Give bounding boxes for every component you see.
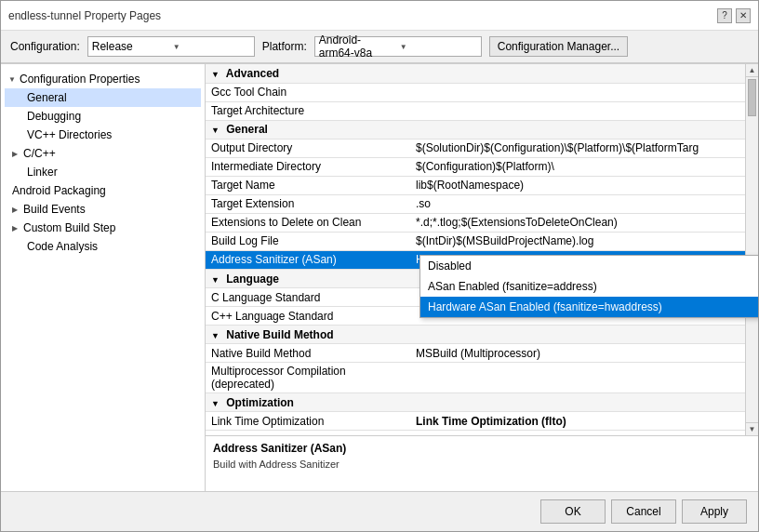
table-row[interactable]: Target Architecture (206, 101, 758, 120)
prop-name: Target Architecture (206, 101, 410, 120)
table-row[interactable]: Multiprocessor Compilation (deprecated) (206, 363, 758, 393)
prop-name: Build Log File (206, 232, 410, 250)
prop-value: lib$(RootNamespace) (410, 176, 758, 194)
native-build-label: Native Build Method (226, 328, 333, 341)
sidebar-item-debugging[interactable]: Debugging (5, 107, 201, 126)
prop-name: Target Extension (206, 194, 410, 213)
dropdown-item-hwasan[interactable]: Hardware ASan Enabled (fsanitize=hwaddre… (420, 297, 758, 317)
linker-label: Linker (27, 166, 58, 179)
title-bar: endless-tunnel Property Pages ? ✕ (1, 1, 758, 31)
custom-build-toggle[interactable]: ▶ (12, 224, 23, 233)
sidebar-item-build-events[interactable]: ▶ Build Events (5, 200, 201, 219)
prop-name: Extensions to Delete on Clean (206, 213, 410, 232)
platform-dropdown[interactable]: Android-arm64-v8a ▼ (314, 36, 482, 57)
property-pages-dialog: endless-tunnel Property Pages ? ✕ Config… (0, 0, 759, 532)
general-label: General (27, 91, 67, 104)
code-analysis-label: Code Analysis (27, 240, 98, 253)
selected-prop-name: Address Sanitizer (ASan) (206, 250, 410, 270)
table-row[interactable]: Target Name lib$(RootNamespace) (206, 176, 758, 194)
sidebar-item-cpp[interactable]: ▶ C/C++ (5, 144, 201, 163)
title-bar-buttons: ? ✕ (717, 8, 751, 23)
tree-root: ▼ Configuration Properties General Debug… (1, 64, 205, 261)
prop-name: Gcc Tool Chain (206, 83, 410, 101)
build-events-label: Build Events (23, 203, 86, 216)
table-row[interactable]: Gcc Tool Chain (206, 83, 758, 101)
prop-value: $(IntDir)$(MSBuildProjectName).log (410, 232, 758, 250)
optimization-chevron: ▼ (211, 399, 220, 408)
prop-name: C Language Standard (206, 288, 410, 307)
advanced-chevron: ▼ (211, 70, 220, 79)
sidebar-item-general[interactable]: General (5, 88, 201, 107)
config-value: Release (92, 40, 169, 53)
tree-root-label: Configuration Properties (20, 73, 140, 86)
help-button[interactable]: ? (717, 8, 732, 23)
sidebar-item-linker[interactable]: Linker (5, 163, 201, 181)
prop-name: Multiprocessor Compilation (deprecated) (206, 363, 410, 393)
props-wrapper: ▼ Advanced Gcc Tool Chain Target Archite… (206, 64, 758, 435)
table-row[interactable]: Build Log File $(IntDir)$(MSBuildProject… (206, 232, 758, 250)
scroll-thumb[interactable] (748, 79, 756, 116)
props-inner[interactable]: ▼ Advanced Gcc Tool Chain Target Archite… (206, 64, 758, 435)
platform-dropdown-arrow: ▼ (396, 43, 477, 51)
tree-root-item[interactable]: ▼ Configuration Properties (5, 70, 201, 88)
asan-dropdown: Disabled ASan Enabled (fsanitize=address… (419, 255, 758, 318)
close-button[interactable]: ✕ (736, 8, 751, 23)
prop-value: $(SolutionDir)$(Configuration)\$(Platfor… (410, 139, 758, 157)
section-optimization: ▼ Optimization (206, 393, 758, 412)
scroll-down-arrow[interactable]: ▼ (746, 422, 758, 435)
dropdown-item-asan[interactable]: ASan Enabled (fsanitize=address) (420, 276, 758, 297)
dropdown-item-disabled[interactable]: Disabled (420, 256, 758, 276)
table-row[interactable]: Extensions to Delete on Clean *.d;*.tlog… (206, 213, 758, 232)
cancel-button[interactable]: Cancel (611, 499, 676, 524)
table-row[interactable]: Native Build Method MSBuild (Multiproces… (206, 344, 758, 363)
sidebar-item-code-analysis[interactable]: Code Analysis (5, 237, 201, 256)
language-label: Language (226, 273, 279, 286)
prop-name: Native Build Method (206, 344, 410, 363)
config-manager-button[interactable]: Configuration Manager... (489, 36, 628, 57)
cpp-toggle[interactable]: ▶ (12, 150, 23, 158)
custom-build-label: Custom Build Step (23, 221, 115, 234)
section-general: ▼ General (206, 120, 758, 139)
table-row[interactable]: Output Directory $(SolutionDir)$(Configu… (206, 139, 758, 157)
debugging-label: Debugging (27, 110, 81, 123)
table-row[interactable]: Link Time Optimization Link Time Optimiz… (206, 412, 758, 431)
prop-name: C++ Language Standard (206, 307, 410, 326)
prop-name: Output Directory (206, 139, 410, 157)
sidebar-item-android-pkg[interactable]: Android Packaging (5, 181, 201, 200)
props-table: ▼ Advanced Gcc Tool Chain Target Archite… (206, 64, 758, 431)
prop-name: Target Name (206, 176, 410, 194)
prop-value (410, 101, 758, 120)
section-advanced: ▼ Advanced (206, 64, 758, 83)
sidebar-item-custom-build[interactable]: ▶ Custom Build Step (5, 219, 201, 237)
info-panel: Address Sanitizer (ASan) Build with Addr… (206, 435, 758, 491)
vc-dirs-label: VC++ Directories (27, 128, 112, 141)
build-events-toggle[interactable]: ▶ (12, 206, 23, 214)
prop-value: *.d;*.tlog;$(ExtensionsToDeleteOnClean) (410, 213, 758, 232)
prop-value: .so (410, 194, 758, 213)
cpp-label: C/C++ (23, 147, 56, 160)
scroll-up-arrow[interactable]: ▲ (746, 64, 758, 77)
apply-button[interactable]: Apply (682, 499, 747, 524)
tree-root-toggle[interactable]: ▼ (8, 75, 20, 84)
vertical-scrollbar[interactable]: ▲ ▼ (745, 64, 758, 435)
platform-label: Platform: (262, 40, 307, 53)
optimization-label: Optimization (226, 396, 294, 409)
ok-button[interactable]: OK (540, 499, 606, 524)
prop-value (410, 363, 758, 393)
prop-name: Intermediate Directory (206, 157, 410, 176)
info-title: Address Sanitizer (ASan) (213, 442, 751, 455)
table-row[interactable]: Intermediate Directory $(Configuration)$… (206, 157, 758, 176)
language-chevron: ▼ (211, 275, 220, 285)
platform-value: Android-arm64-v8a (319, 33, 396, 60)
native-build-chevron: ▼ (211, 331, 220, 340)
advanced-label: Advanced (226, 67, 279, 80)
table-row[interactable]: Target Extension .so (206, 194, 758, 213)
configuration-dropdown[interactable]: Release ▼ (87, 36, 255, 57)
dialog-title: endless-tunnel Property Pages (8, 9, 161, 22)
config-label: Configuration: (10, 40, 80, 53)
prop-value: Link Time Optimization (flto) (410, 412, 758, 431)
sidebar-item-vc-dirs[interactable]: VC++ Directories (5, 126, 201, 144)
main-content: ▼ Configuration Properties General Debug… (1, 63, 758, 491)
prop-value (410, 83, 758, 101)
prop-name: Link Time Optimization (206, 412, 410, 431)
